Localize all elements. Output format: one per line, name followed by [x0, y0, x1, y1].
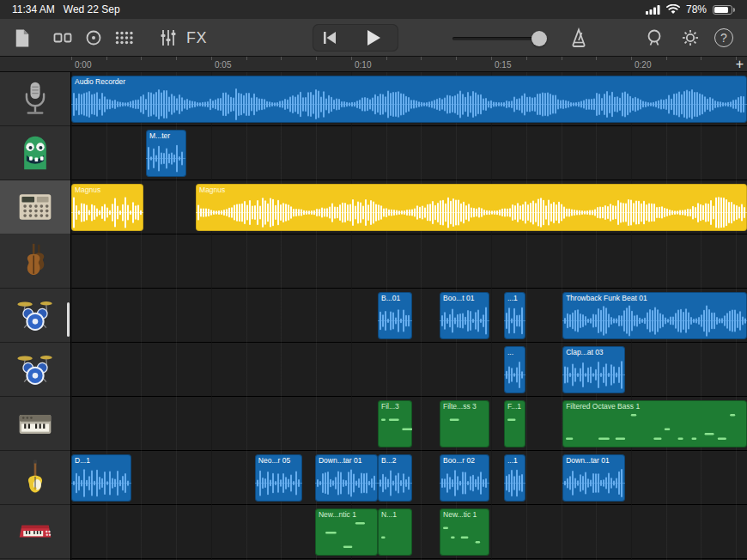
region-guitar-6[interactable]: Down...tar 01: [562, 454, 625, 502]
toolbar: FX: [0, 19, 747, 57]
region-red-synth-1[interactable]: N...1: [378, 508, 412, 556]
waveform-art: [504, 303, 525, 338]
region-guitar-4[interactable]: Boo...r 02: [440, 454, 489, 502]
track-header-vocals[interactable]: [0, 126, 70, 180]
region-label: F...1: [504, 400, 525, 411]
loop-grid-button[interactable]: [112, 26, 137, 50]
volume-slider[interactable]: [452, 33, 547, 44]
region-drums-1-1[interactable]: Boo...t 01: [440, 292, 489, 339]
timeline-ruler[interactable]: + 0:000:050:100:150:20: [71, 57, 747, 72]
waveform-art: [315, 466, 378, 501]
play-button[interactable]: [361, 26, 385, 50]
loop-browser-button[interactable]: [642, 26, 666, 50]
ruler-add-button[interactable]: +: [736, 57, 744, 72]
region-label: Boo...r 02: [440, 454, 489, 466]
metronome-button[interactable]: [567, 26, 591, 50]
cellular-signal-icon: [646, 5, 660, 15]
my-songs-button[interactable]: [10, 26, 34, 50]
track-header-drums-2[interactable]: [0, 343, 70, 397]
waveform-art: [146, 141, 186, 176]
vintage-keys-icon: [16, 405, 54, 442]
region-label: D...1: [71, 454, 131, 466]
track-header-strings[interactable]: [0, 234, 70, 289]
region-label: New...ntic 1: [315, 508, 378, 520]
timeline-canvas[interactable]: Audio RecorderM...terMagnusMagnusB...01B…: [71, 72, 747, 560]
region-label: M...ter: [146, 130, 186, 141]
track-header-red-synth[interactable]: [0, 505, 70, 559]
wifi-icon: [666, 4, 680, 15]
loop-grid-icon: [114, 27, 135, 48]
region-guitar-2[interactable]: Down...tar 01: [315, 454, 378, 502]
track-header-audio-recorder[interactable]: [0, 72, 70, 126]
waveform-art: [562, 357, 625, 393]
region-sampler-1[interactable]: Magnus: [196, 184, 747, 231]
track-controls-button[interactable]: [156, 26, 180, 50]
region-guitar-0[interactable]: D...1: [71, 454, 131, 502]
midi-notes-art: [562, 411, 747, 447]
skip-to-start-button[interactable]: [318, 26, 342, 50]
region-red-synth-0[interactable]: New...ntic 1: [315, 508, 378, 556]
sampler-icon: [16, 188, 54, 226]
region-keys-3[interactable]: Filtered Octave Bass 1: [562, 400, 747, 447]
region-keys-2[interactable]: F...1: [504, 400, 525, 447]
midi-notes-art: [440, 520, 489, 555]
region-drums-1-3[interactable]: Throwback Funk Beat 01: [562, 292, 747, 339]
region-drums-2-1[interactable]: Clap...at 03: [562, 346, 625, 393]
red-synth-icon: [16, 513, 54, 551]
waveform-art: [378, 303, 412, 338]
midi-notes-art: [440, 411, 489, 447]
settings-button[interactable]: [678, 26, 702, 50]
volume-knob[interactable]: [531, 31, 547, 46]
status-left: 11:34 AM Wed 22 Sep: [12, 3, 120, 15]
waveform-art: [504, 357, 525, 393]
region-drums-1-0[interactable]: B...01: [378, 292, 412, 339]
region-drums-2-0[interactable]: ...: [504, 346, 525, 393]
drum-kit-icon: [16, 350, 54, 388]
live-loops-button[interactable]: [82, 26, 106, 50]
tracks-view-button[interactable]: [51, 26, 75, 50]
ruler-label: 0:05: [215, 60, 231, 70]
region-keys-0[interactable]: Fil...3: [378, 400, 412, 447]
status-bar: 11:34 AM Wed 22 Sep 78%: [0, 0, 747, 19]
track-header-column: [0, 72, 71, 560]
region-vocals-0[interactable]: M...ter: [146, 130, 186, 177]
region-label: ...1: [504, 454, 525, 466]
waveform-art: [378, 466, 412, 501]
guitar-icon: [16, 459, 54, 496]
track-header-sampler[interactable]: [0, 180, 70, 234]
waveform-art: [71, 466, 131, 501]
region-label: New...tic 1: [440, 508, 489, 520]
region-keys-1[interactable]: Filte...ss 3: [440, 400, 489, 447]
track-header-keys[interactable]: [0, 397, 70, 451]
region-guitar-1[interactable]: Neo...r 05: [255, 454, 302, 502]
region-label: Magnus: [196, 184, 747, 195]
region-drums-1-2[interactable]: ...1: [504, 292, 525, 339]
region-label: Audio Recorder: [71, 76, 747, 87]
region-guitar-5[interactable]: ...1: [504, 454, 525, 502]
region-audio-recorder-0[interactable]: Audio Recorder: [71, 76, 747, 123]
region-sampler-0[interactable]: Magnus: [71, 184, 143, 231]
live-loops-icon: [83, 27, 104, 48]
ruler-label: 0:00: [75, 60, 91, 70]
track-header-drums-1[interactable]: [0, 289, 70, 343]
region-guitar-3[interactable]: B...2: [378, 454, 412, 502]
waveform-art: [255, 466, 302, 501]
tracks-view-icon: [52, 27, 73, 48]
mixer-icon: [158, 27, 179, 48]
region-red-synth-2[interactable]: New...tic 1: [440, 508, 489, 556]
battery-fill: [714, 7, 728, 13]
drum-kit-icon: [16, 296, 54, 334]
battery-percent: 78%: [686, 3, 707, 15]
region-label: Neo...r 05: [255, 454, 302, 466]
region-label: B...2: [378, 454, 412, 466]
ruler-label: 0:20: [635, 60, 651, 70]
track-header-guitar[interactable]: [0, 451, 70, 505]
status-time: 11:34 AM: [12, 3, 55, 15]
ruler-label: 0:10: [355, 60, 371, 70]
region-label: Throwback Funk Beat 01: [562, 292, 747, 303]
waveform-art: [196, 195, 747, 230]
help-button[interactable]: ?: [712, 26, 736, 50]
ruler-label: 0:15: [495, 60, 511, 70]
fx-button[interactable]: FX: [181, 26, 212, 50]
scrollbar-handle[interactable]: [67, 302, 70, 337]
